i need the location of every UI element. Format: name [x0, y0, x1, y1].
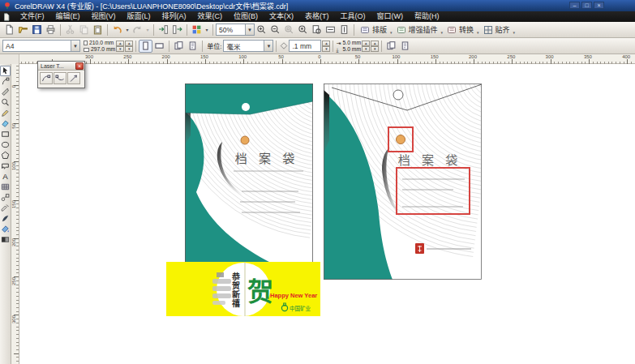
menu-item-5[interactable]: 效果(C) — [192, 12, 229, 20]
freehand-tool[interactable] — [0, 108, 11, 118]
copy-button[interactable] — [77, 24, 91, 36]
open-button[interactable] — [16, 24, 30, 36]
table-tool[interactable] — [0, 182, 11, 192]
export-button[interactable] — [170, 24, 184, 36]
units-combo-arrow-icon[interactable]: ▼ — [264, 41, 272, 51]
v-ruler-number: 300 — [11, 315, 16, 323]
plugins-icon — [397, 25, 406, 35]
landscape-button[interactable] — [152, 40, 166, 53]
zoom-width-button[interactable] — [324, 24, 337, 36]
svg-text:禧: 禧 — [232, 298, 240, 308]
menu-item-10[interactable]: 窗口(W) — [371, 12, 410, 20]
outline-pen-tool[interactable] — [0, 213, 11, 224]
zoom-all-button[interactable] — [296, 24, 310, 36]
print-button[interactable] — [44, 24, 58, 36]
close-button[interactable]: × — [594, 2, 604, 9]
polygon-tool[interactable] — [0, 150, 11, 161]
menu-item-3[interactable]: 版面(L) — [122, 12, 157, 20]
h-ruler-number: 150 — [431, 54, 439, 59]
laser-toolbar-close-button[interactable]: × — [75, 62, 84, 70]
rectangle-tool[interactable] — [0, 129, 11, 139]
import-button[interactable] — [157, 24, 170, 36]
zoom-selected-button[interactable] — [282, 24, 296, 36]
cut-button[interactable] — [63, 24, 77, 36]
height-stepper[interactable]: ▲▼ — [125, 41, 133, 52]
app-launcher-button[interactable] — [190, 24, 204, 36]
save-button[interactable] — [30, 24, 44, 36]
duplicate-y-value[interactable]: 5.0 mm — [342, 46, 361, 52]
pick-tool[interactable] — [0, 66, 11, 76]
treat-as-filled-button[interactable] — [384, 40, 398, 53]
laser-tool-button-3[interactable] — [67, 72, 80, 84]
launcher-dropdown-icon[interactable]: ▾ — [204, 27, 210, 32]
all-pages-button[interactable] — [172, 40, 186, 53]
page-preset-value: A4 — [3, 42, 71, 50]
menu-item-6[interactable]: 位图(B) — [228, 12, 264, 20]
zoom-level-combo[interactable]: 50% ▼ — [216, 24, 255, 36]
units-combo[interactable]: 毫米 ▼ — [223, 40, 273, 52]
menu-item-4[interactable]: 排列(A) — [157, 12, 192, 20]
duplicate-x-value[interactable]: 5.0 mm — [342, 40, 361, 45]
right-envelope-artwork[interactable]: 档 案 袋 — [324, 84, 482, 283]
document-icon — [2, 13, 11, 21]
left-envelope-artwork[interactable]: 档 案 袋 — [185, 84, 313, 271]
laser-tool-button-1[interactable] — [40, 72, 53, 84]
page-preset-combo[interactable]: A4 ▼ — [2, 40, 80, 52]
zoom-combo-arrow-icon[interactable]: ▼ — [245, 24, 254, 35]
paste-button[interactable] — [91, 24, 105, 36]
zoom-out-button[interactable] — [268, 24, 282, 36]
drawing-canvas[interactable]: 档 案 袋 — [19, 64, 635, 364]
crop-tool[interactable] — [0, 87, 11, 97]
menu-item-7[interactable]: 文本(X) — [264, 12, 299, 20]
typesetting-button[interactable]: 排版 — [357, 24, 390, 36]
zoom-in-button[interactable] — [255, 24, 268, 36]
shape-tool[interactable] — [0, 76, 11, 87]
convert-button[interactable]: 转换 — [444, 24, 477, 36]
zoom-page-button[interactable] — [310, 24, 324, 36]
toolbox: A — [0, 64, 11, 364]
h-ruler-number: 200 — [469, 54, 477, 59]
laser-tool-button-2[interactable] — [54, 72, 67, 84]
preset-combo-arrow-icon[interactable]: ▼ — [71, 41, 79, 51]
eyedropper-tool[interactable] — [0, 203, 11, 213]
redo-button[interactable] — [131, 24, 144, 36]
menu-item-2[interactable]: 视图(V) — [86, 12, 122, 20]
maximize-button[interactable]: □ — [581, 2, 592, 9]
new-year-banner[interactable]: 恭 贺 新 禧 贺 Happy New Year 中国矿业 — [166, 262, 320, 319]
text-tool[interactable]: A — [0, 171, 11, 182]
minimize-button[interactable]: – — [569, 2, 580, 9]
nudge-stepper[interactable]: ▲▼ — [322, 41, 330, 52]
smart-fill-tool[interactable] — [0, 118, 11, 129]
plugins-button[interactable]: 增强插件 — [393, 24, 441, 36]
laser-toolbar-window[interactable]: Laser T... × — [37, 61, 85, 88]
menu-item-0[interactable]: 文件(F) — [15, 12, 50, 20]
fill-tool[interactable] — [0, 224, 11, 234]
current-page-button[interactable] — [186, 40, 200, 53]
menu-item-11[interactable]: 帮助(H) — [409, 12, 445, 20]
undo-button[interactable] — [110, 24, 124, 36]
ellipse-tool[interactable] — [0, 139, 11, 150]
page-height-value[interactable]: 297.0 mm — [91, 46, 115, 52]
page-width-value[interactable]: 210.0 mm — [89, 40, 114, 45]
draw-complex-button[interactable] — [398, 40, 412, 53]
duplicate-x-stepper[interactable]: ▲▼ — [362, 41, 370, 52]
menu-item-1[interactable]: 编辑(E) — [50, 12, 86, 20]
menu-item-8[interactable]: 表格(T) — [299, 12, 335, 20]
width-stepper[interactable]: ▲▼ — [116, 41, 124, 52]
flap-hole — [242, 103, 250, 111]
redo-dropdown-icon[interactable]: ▾ — [144, 27, 151, 32]
nudge-offset-field[interactable]: .1 mm — [289, 40, 321, 52]
undo-dropdown-icon[interactable]: ▾ — [124, 27, 131, 32]
interactive-blend-tool[interactable] — [0, 192, 11, 203]
nudge-icon — [279, 40, 289, 53]
zoom-tool[interactable] — [0, 97, 11, 108]
zoom-height-button[interactable] — [337, 24, 351, 36]
snap-button[interactable]: 贴齐 — [480, 24, 513, 36]
new-button[interactable] — [2, 24, 16, 36]
menu-item-9[interactable]: 工具(O) — [335, 12, 371, 20]
interactive-fill-tool[interactable] — [0, 234, 11, 245]
basic-shapes-tool[interactable] — [0, 161, 11, 171]
duplicate-y-stepper[interactable]: ▲▼ — [371, 41, 379, 52]
laser-toolbar-titlebar[interactable]: Laser T... × — [38, 62, 84, 71]
portrait-button[interactable] — [139, 40, 152, 53]
